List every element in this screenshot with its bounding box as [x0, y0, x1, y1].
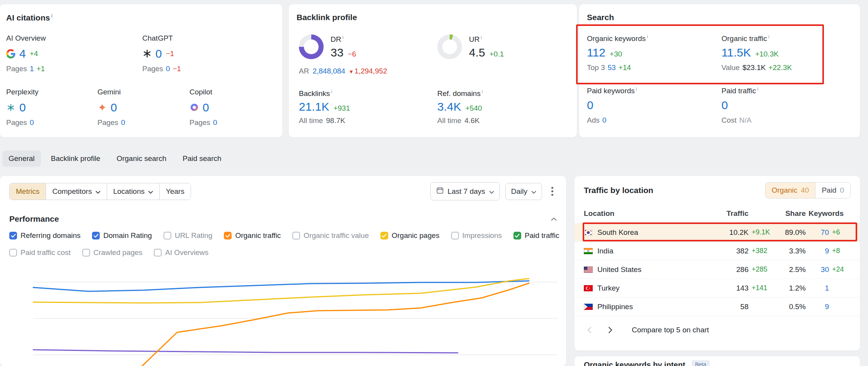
date-range-button[interactable]: Last 7 days	[430, 182, 500, 200]
checkbox-organic-traffic[interactable]: Organic traffic	[224, 231, 281, 240]
toolbar-segment-competitors[interactable]: Competitors	[46, 183, 106, 200]
checkbox-box	[154, 249, 162, 257]
share-value: 2.5%	[773, 265, 806, 274]
location-row-turkey[interactable]: Turkey143+1411.2%1	[575, 279, 860, 298]
ai-item-gemini: Gemini 0 Pages 0	[97, 88, 189, 127]
pages-value[interactable]: 0	[213, 118, 217, 127]
keywords-link[interactable]: 9	[806, 247, 829, 255]
location-row-philippines[interactable]: Philippines580.5%9	[575, 298, 860, 316]
ai-citations-value[interactable]: 0	[203, 101, 209, 114]
flag-ph-icon	[584, 304, 593, 310]
top3-value[interactable]: 53	[607, 63, 616, 72]
next-page-icon[interactable]	[605, 327, 616, 334]
location-row-south-korea[interactable]: South Korea10.2K+9.1K89.0%70+6	[575, 223, 860, 242]
checkbox-domain-rating[interactable]: Domain Rating	[92, 231, 152, 240]
paid-keywords-label: Paid keywordsi	[587, 86, 721, 95]
checkbox-referring-domains[interactable]: Referring domains	[9, 231, 80, 240]
checkbox-url-rating[interactable]: URL Rating	[164, 231, 213, 240]
keywords-change: +24	[829, 265, 851, 274]
keywords-by-intent-card: Organic keywords by intent Beta	[575, 356, 860, 366]
traffic-by-location-title: Traffic by location	[584, 186, 653, 195]
checkbox-label: Organic pages	[392, 231, 440, 240]
ref-domains-value[interactable]: 3.4K	[437, 100, 461, 113]
calendar-icon	[436, 186, 444, 196]
tab-backlink-profile[interactable]: Backlink profile	[45, 151, 107, 167]
info-icon: i	[331, 89, 332, 94]
paid-keywords-value[interactable]: 0	[587, 99, 593, 111]
ai-item-ai-overview: AI Overview 4 +4 Pages 1 +1	[6, 34, 142, 73]
ai-citations-value[interactable]: 0	[155, 47, 162, 60]
alltime-value: 4.6K	[464, 116, 479, 125]
gemini-icon	[97, 103, 107, 112]
checkbox-organic-traffic-value[interactable]: Organic traffic value	[292, 231, 369, 240]
backlinks-value[interactable]: 21.1K	[299, 100, 329, 113]
checkbox-label: Paid traffic	[525, 231, 559, 240]
organic-keywords-value[interactable]: 112	[587, 46, 605, 59]
info-icon: i	[481, 34, 482, 40]
checkbox-label: Domain Rating	[103, 231, 152, 240]
location-row-india[interactable]: India382+3823.3%9+8	[575, 242, 860, 260]
pages-value[interactable]: 0	[30, 118, 34, 127]
ai-citations-value[interactable]: 0	[111, 101, 117, 114]
chevron-down-icon	[489, 187, 494, 196]
pages-value[interactable]: 0	[121, 118, 125, 127]
paid-traffic-value[interactable]: 0	[721, 99, 728, 111]
pagination: Compare top 5 on chart	[584, 319, 851, 341]
collapse-section-icon[interactable]	[551, 215, 557, 222]
organic-traffic-change: +10.3K	[755, 50, 779, 58]
ai-citations-value[interactable]: 0	[19, 101, 26, 114]
ai-engine-label: ChatGPT	[142, 34, 181, 43]
checkbox-paid-traffic[interactable]: Paid traffic	[513, 231, 559, 240]
performance-panel: MetricsCompetitorsLocationsYears Last 7 …	[0, 176, 566, 366]
toolbar-segment-locations[interactable]: Locations	[107, 183, 159, 200]
search-title: Search	[579, 4, 860, 22]
checkbox-organic-pages[interactable]: Organic pages	[380, 231, 440, 240]
keywords-link[interactable]: 1	[806, 284, 829, 292]
checkbox-paid-traffic-cost[interactable]: Paid traffic cost	[9, 248, 71, 257]
tab-organic-search[interactable]: Organic search	[110, 151, 172, 167]
toggle-paid[interactable]: Paid0	[815, 183, 850, 198]
alltime-value: 98.7K	[326, 116, 345, 125]
traffic-change: +9.1K	[749, 228, 773, 236]
pages-change: −1	[172, 65, 181, 73]
toggle-organic[interactable]: Organic40	[766, 183, 815, 198]
chevron-down-icon	[531, 187, 536, 196]
toolbar-segment-metrics[interactable]: Metrics	[10, 183, 46, 200]
pages-value[interactable]: 0	[166, 65, 170, 73]
google-icon	[6, 49, 15, 58]
flag-us-icon	[584, 267, 593, 273]
granularity-button[interactable]: Daily	[505, 183, 542, 200]
ai-item-perplexity: Perplexity 0 Pages 0	[6, 88, 97, 127]
location-row-united-states[interactable]: United States286+2852.5%30+24	[575, 260, 860, 279]
keywords-link[interactable]: 30	[806, 265, 829, 274]
tab-paid-search[interactable]: Paid search	[176, 151, 227, 167]
traffic-value: 10.2K	[706, 228, 749, 237]
ads-value[interactable]: 0	[602, 116, 607, 125]
kebab-menu-icon[interactable]	[547, 185, 557, 197]
header-share: Share	[773, 209, 806, 218]
pages-value[interactable]: 1	[30, 65, 34, 73]
triangle-down-icon: ▼	[349, 69, 354, 75]
ref-domains-label: Ref. domainsi	[437, 89, 504, 98]
checkbox-crawled-pages[interactable]: Crawled pages	[82, 248, 143, 257]
tab-general[interactable]: General	[2, 151, 41, 167]
prev-page-icon[interactable]	[584, 327, 595, 334]
organic-traffic-value[interactable]: 11.5K	[721, 46, 751, 59]
compare-top5-link[interactable]: Compare top 5 on chart	[632, 326, 709, 334]
keywords-link[interactable]: 9	[806, 303, 829, 311]
checkbox-box	[224, 232, 232, 239]
toolbar-segment-years[interactable]: Years	[159, 183, 191, 200]
ai-citations-value[interactable]: 4	[19, 47, 26, 60]
checkbox-impressions[interactable]: Impressions	[451, 231, 502, 240]
pages-label: Pages	[6, 118, 27, 127]
keywords-link[interactable]: 70	[806, 228, 829, 237]
checkbox-ai-overviews[interactable]: AI Overviews	[154, 248, 208, 257]
ur-label: URi	[469, 34, 504, 44]
organic-keywords-label: Organic keywordsi	[587, 34, 721, 43]
ai-citations-change: −1	[166, 50, 174, 58]
organic-keywords-change: +30	[610, 50, 622, 58]
checkbox-box	[451, 232, 459, 239]
ar-value[interactable]: 2,848,084	[312, 67, 345, 75]
alltime-label: All time	[299, 116, 323, 125]
performance-chart[interactable]	[0, 265, 566, 366]
